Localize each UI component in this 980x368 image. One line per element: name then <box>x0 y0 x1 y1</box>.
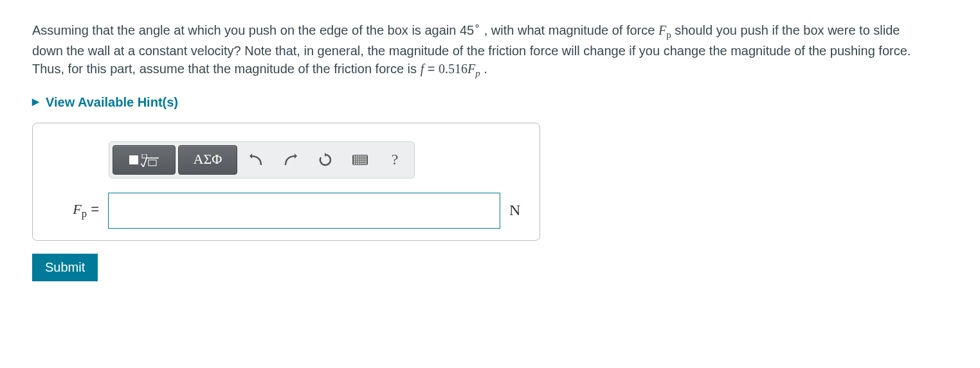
var-Fp-sub: p <box>666 30 671 40</box>
q-period: . <box>480 62 487 76</box>
svg-rect-0 <box>142 154 147 158</box>
reset-button[interactable] <box>309 146 341 174</box>
reset-icon <box>318 153 332 167</box>
answer-var-base: F <box>73 201 81 217</box>
answer-var-sub: p <box>82 207 87 220</box>
help-button[interactable]: ? <box>379 146 411 174</box>
submit-button[interactable]: Submit <box>32 254 98 281</box>
hints-toggle[interactable]: ▶ View Available Hint(s) <box>32 93 948 111</box>
eq-equals: = <box>424 62 439 76</box>
greek-symbols-button[interactable]: ΑΣΦ <box>178 145 237 175</box>
greek-label: ΑΣΦ <box>194 150 222 170</box>
answer-row: Fp = N <box>51 193 522 229</box>
submit-label: Submit <box>45 260 85 274</box>
q-text-1: Assuming that the angle at which you pus… <box>32 23 474 37</box>
undo-button[interactable] <box>240 146 272 174</box>
undo-icon <box>248 153 264 166</box>
caret-right-icon: ▶ <box>32 96 39 109</box>
help-icon: ? <box>392 149 399 171</box>
square-icon <box>129 155 138 164</box>
hints-label: View Available Hint(s) <box>46 93 178 111</box>
eq-rhs-sub: p <box>475 68 480 78</box>
q-text-2: , with what magnitude of force <box>480 23 658 37</box>
redo-icon <box>283 153 298 166</box>
equation-toolbar: ΑΣΦ <box>109 141 522 179</box>
redo-button[interactable] <box>275 146 307 174</box>
keyboard-icon <box>352 155 368 165</box>
answer-equals: = <box>87 201 99 217</box>
answer-unit: N <box>509 200 520 222</box>
var-Fp-base: F <box>658 23 666 37</box>
degree-symbol: ∘ <box>474 21 480 31</box>
templates-button[interactable] <box>113 145 176 175</box>
keyboard-button[interactable] <box>344 146 376 174</box>
answer-variable: Fp = <box>51 200 99 221</box>
answer-panel: ΑΣΦ <box>32 123 540 241</box>
eq-coeff: 0.516 <box>439 62 467 76</box>
eq-rhs-base: F <box>467 62 475 76</box>
answer-input[interactable] <box>108 193 500 229</box>
svg-rect-1 <box>149 160 156 166</box>
root-fraction-icon <box>141 153 159 166</box>
question-text: Assuming that the angle at which you pus… <box>32 19 932 80</box>
